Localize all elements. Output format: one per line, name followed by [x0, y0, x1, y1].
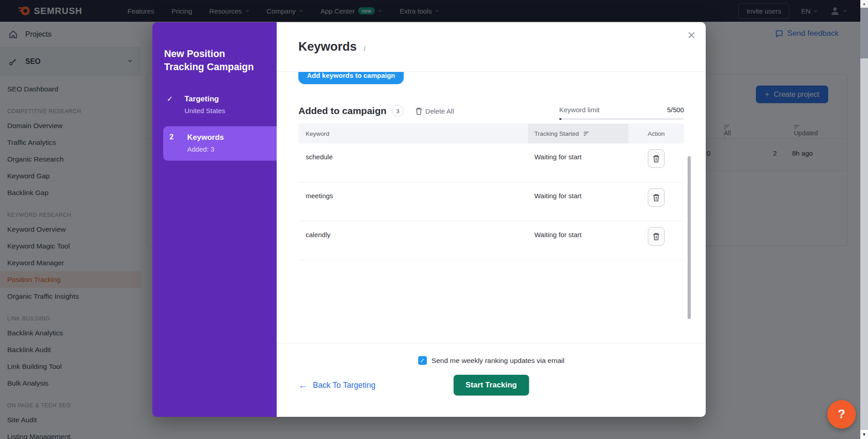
keyword-row: meetings Waiting for start [298, 182, 684, 221]
keywords-table-header: Keyword Tracking Started Action [298, 124, 684, 143]
modal-title: Keywords [298, 40, 357, 54]
wizard-panel: New Position Tracking Campaign ✓ Targeti… [152, 22, 277, 417]
footer-actions: ← Back To Targeting Start Tracking [298, 375, 684, 396]
scrollbar-thumb[interactable] [860, 8, 868, 58]
trash-icon [415, 107, 422, 115]
step-label: Targeting [184, 95, 225, 104]
added-to-campaign-heading: Added to campaign [298, 105, 387, 116]
column-label: Tracking Started [534, 130, 579, 137]
checkbox-checked-icon[interactable]: ✓ [418, 356, 427, 365]
screen: SEMRUSH Features Pricing Resources Compa… [0, 0, 868, 439]
delete-all-label: Delete All [425, 107, 454, 115]
keyword-cell: calendly [298, 221, 528, 260]
column-keyword: Keyword [298, 124, 528, 143]
question-mark-icon: ? [838, 407, 845, 421]
info-icon[interactable]: i [363, 44, 366, 53]
keywords-table: Keyword Tracking Started Action schedule… [298, 124, 684, 260]
wizard-step-targeting[interactable]: ✓ Targeting United States [167, 95, 277, 115]
delete-keyword-button[interactable] [648, 149, 665, 168]
keyword-limit-value: 5/500 [667, 106, 684, 114]
trash-icon [653, 233, 660, 240]
tracking-status-cell: Waiting for start [528, 221, 628, 260]
modal-content: Add keywords to campaign Added to campai… [277, 72, 706, 343]
back-link-label: Back To Targeting [313, 381, 375, 390]
start-tracking-button[interactable]: Start Tracking [453, 375, 529, 396]
scroll-up-arrow-icon[interactable]: ▲ [860, 0, 868, 8]
keyword-limit: Keyword limit 5/500 [559, 106, 684, 120]
added-count-badge: 3 [392, 105, 404, 117]
sort-icon [583, 131, 590, 136]
add-keywords-button[interactable]: Add keywords to campaign [298, 72, 404, 84]
step-sublabel: Added: 3 [187, 145, 224, 153]
wizard-title: New Position Tracking Campaign [164, 48, 263, 74]
column-action: Action [628, 124, 684, 143]
keyword-cell: schedule [298, 143, 528, 182]
keyword-limit-label: Keyword limit [559, 106, 599, 114]
checkbox-label: Send me weekly ranking updates via email [432, 357, 565, 365]
email-updates-checkbox-row[interactable]: ✓ Send me weekly ranking updates via ema… [418, 356, 565, 365]
added-section-header: Added to campaign 3 Delete All Keyword l… [298, 105, 684, 120]
keyword-row: calendly Waiting for start [298, 221, 684, 260]
browser-scrollbar[interactable]: ▲ ▼ [860, 0, 868, 439]
step-number: 2 [170, 133, 179, 153]
help-button[interactable]: ? [827, 400, 856, 429]
tracking-status-cell: Waiting for start [528, 182, 628, 221]
keyword-limit-progress-fill [559, 118, 561, 120]
arrow-left-icon: ← [298, 380, 307, 391]
wizard-step-keywords[interactable]: 2 Keywords Added: 3 [163, 126, 277, 161]
keyword-limit-progressbar [559, 118, 684, 120]
keyword-cell: meetings [298, 182, 528, 221]
trash-icon [653, 155, 660, 162]
check-icon: ✓ [167, 95, 177, 115]
column-tracking-started[interactable]: Tracking Started [528, 124, 628, 143]
modal-footer: ✓ Send me weekly ranking updates via ema… [277, 343, 706, 417]
keyword-row: schedule Waiting for start [298, 143, 684, 182]
scroll-down-arrow-icon[interactable]: ▼ [860, 430, 868, 439]
modal-header: Keywords i ✕ [277, 22, 706, 72]
delete-keyword-button[interactable] [648, 227, 665, 246]
new-position-tracking-campaign-modal: New Position Tracking Campaign ✓ Targeti… [152, 22, 706, 417]
trash-icon [653, 194, 660, 201]
back-to-targeting-link[interactable]: ← Back To Targeting [298, 375, 375, 396]
tracking-status-cell: Waiting for start [528, 143, 628, 182]
delete-keyword-button[interactable] [648, 188, 665, 207]
modal-main: Keywords i ✕ Add keywords to campaign Ad… [277, 22, 706, 417]
delete-all-button[interactable]: Delete All [415, 107, 454, 115]
step-sublabel: United States [184, 107, 225, 115]
close-icon[interactable]: ✕ [687, 30, 696, 41]
step-label: Keywords [187, 133, 224, 142]
modal-scrollbar-thumb[interactable] [688, 156, 691, 319]
